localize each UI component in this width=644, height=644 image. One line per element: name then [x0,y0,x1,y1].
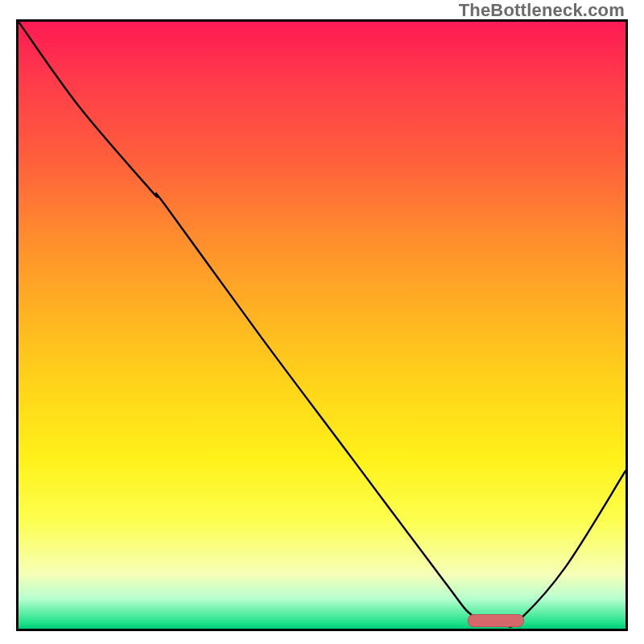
chart-background-gradient [19,22,625,629]
watermark-text: TheBottleneck.com [459,0,625,21]
optimal-range-indicator [468,614,524,627]
chart-frame [16,19,628,631]
